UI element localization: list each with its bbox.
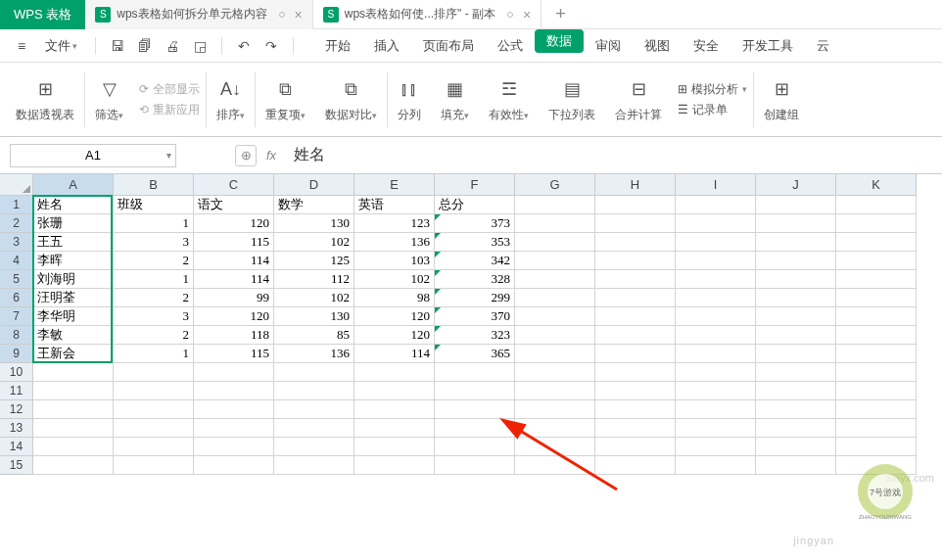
cell[interactable] [33,363,114,382]
cell[interactable]: 85 [274,326,354,345]
group-button[interactable]: ⊞ 创建组 [754,63,809,136]
cell[interactable] [595,196,676,214]
tab-formula[interactable]: 公式 [486,29,535,63]
cell[interactable] [676,345,756,363]
cell[interactable]: 英语 [354,196,435,214]
cell[interactable]: 李敏 [33,326,114,345]
name-box[interactable]: A1 ▾ [10,144,176,167]
undo-icon[interactable]: ↶ [232,34,256,58]
column-header[interactable]: C [194,174,274,196]
row-header[interactable]: 4 [0,252,33,270]
cell[interactable]: 115 [194,345,274,363]
record-button[interactable]: ☰ 记录单 [678,102,747,118]
cell[interactable]: 李晖 [33,252,114,270]
cell[interactable]: 102 [274,233,354,252]
column-header[interactable]: G [515,174,595,196]
cell[interactable] [515,289,595,307]
row-header[interactable]: 8 [0,326,33,345]
cell[interactable]: 114 [194,252,274,270]
compare-button[interactable]: ⧉ 数据对比▾ [315,63,387,136]
tab-view[interactable]: 视图 [633,29,682,63]
cell[interactable] [676,456,756,475]
chevron-down-icon[interactable]: ▾ [166,150,171,161]
tab-insert[interactable]: 插入 [362,29,411,63]
print-icon[interactable]: 🖨 [161,34,184,58]
document-tab-2[interactable]: S wps表格如何使...排序" - 副本 × [313,0,542,29]
cell[interactable] [756,419,836,438]
cell[interactable]: 1 [114,214,194,233]
cell[interactable] [114,382,194,400]
pivot-button[interactable]: ⊞ 数据透视表 [6,63,84,136]
new-tab-button[interactable]: + [542,4,580,24]
cell[interactable]: 373 [435,214,515,233]
cell[interactable]: 328 [435,270,515,289]
column-header[interactable]: I [676,174,756,196]
select-all-corner[interactable] [0,174,33,196]
cell[interactable] [274,456,354,475]
row-header[interactable]: 13 [0,419,33,438]
cell[interactable] [515,400,595,419]
cell[interactable] [756,214,836,233]
cell[interactable]: 2 [114,289,194,307]
cell[interactable] [114,438,194,456]
cell[interactable] [33,438,114,456]
cell[interactable] [194,419,274,438]
cell[interactable] [676,326,756,345]
row-header[interactable]: 10 [0,363,33,382]
cell[interactable] [354,400,435,419]
cell[interactable] [114,419,194,438]
cell[interactable]: 120 [354,307,435,326]
cell[interactable]: 370 [435,307,515,326]
spreadsheet-grid[interactable]: ABCDEFGHIJK 123456789101112131415 姓名班级语文… [0,174,942,475]
row-header[interactable]: 3 [0,233,33,252]
cell[interactable] [756,252,836,270]
row-header[interactable]: 6 [0,289,33,307]
cells-area[interactable]: 姓名班级语文数学英语总分张珊1120130123373王五31151021363… [33,196,917,475]
cell[interactable]: 299 [435,289,515,307]
cell[interactable] [756,307,836,326]
cell[interactable] [836,363,917,382]
cell[interactable] [515,419,595,438]
tab-close-icon[interactable]: × [295,7,303,23]
zoom-icon[interactable]: ⊕ [235,145,257,166]
cell[interactable] [676,419,756,438]
cell[interactable] [33,419,114,438]
cell[interactable] [756,270,836,289]
cell[interactable] [836,214,917,233]
cell[interactable] [676,270,756,289]
cell[interactable] [515,382,595,400]
cell[interactable] [194,363,274,382]
cell[interactable] [676,438,756,456]
cell[interactable] [836,233,917,252]
cell[interactable]: 3 [114,307,194,326]
cell[interactable] [836,400,917,419]
cell[interactable] [676,382,756,400]
duplicates-button[interactable]: ⧉ 重复项▾ [256,63,315,136]
cell[interactable]: 136 [274,345,354,363]
fx-label[interactable]: fx [266,148,276,163]
cell[interactable]: 1 [114,345,194,363]
cell[interactable] [194,438,274,456]
cell[interactable]: 102 [274,289,354,307]
cell[interactable]: 汪明荃 [33,289,114,307]
cell[interactable] [756,289,836,307]
row-header[interactable]: 9 [0,345,33,363]
cell[interactable]: 数学 [274,196,354,214]
cell[interactable]: 118 [194,326,274,345]
cell[interactable]: 365 [435,345,515,363]
cell[interactable] [354,363,435,382]
cell[interactable] [676,400,756,419]
cell[interactable] [836,307,917,326]
cell[interactable] [515,214,595,233]
cell[interactable] [515,456,595,475]
cell[interactable] [756,382,836,400]
tab-security[interactable]: 安全 [682,29,730,63]
tab-review[interactable]: 审阅 [584,29,633,63]
cell[interactable] [33,400,114,419]
cell[interactable] [515,233,595,252]
cell[interactable]: 总分 [435,196,515,214]
cell[interactable]: 姓名 [33,196,114,214]
cell[interactable]: 123 [354,214,435,233]
column-header[interactable]: K [836,174,917,196]
row-header[interactable]: 15 [0,456,33,475]
